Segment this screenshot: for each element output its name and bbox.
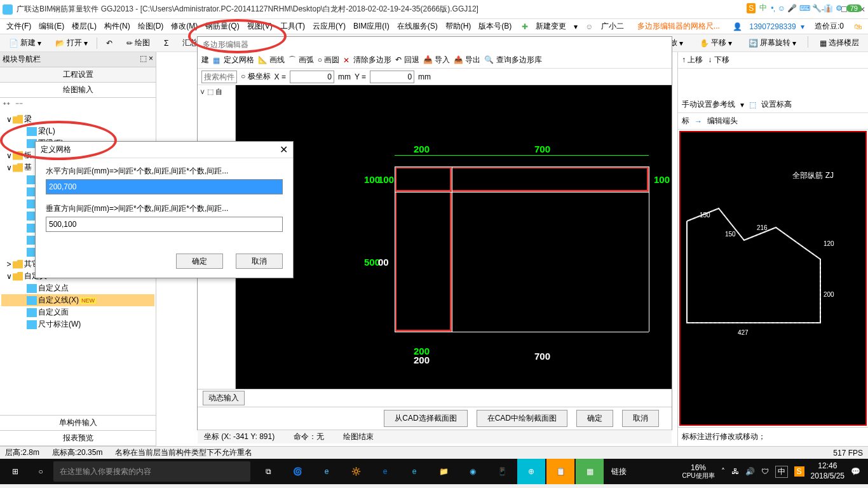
poly-ok-button[interactable]: 确定: [576, 410, 613, 427]
menu-rebar[interactable]: 钢筋量(Q): [203, 20, 241, 33]
app-icon-2[interactable]: 🔆: [342, 459, 370, 484]
dialog-titlebar: 定义网格 ✕: [36, 142, 293, 158]
menu-file[interactable]: 文件(F): [4, 20, 34, 33]
draw-button[interactable]: ✏ 绘图: [121, 36, 155, 50]
tree-item[interactable]: 自定义面: [1, 306, 154, 318]
set-refline-button[interactable]: 手动设置参考线: [682, 99, 735, 110]
expand-icon[interactable]: ⁺⁺: [3, 100, 10, 109]
tray-vol-icon[interactable]: 🔊: [745, 467, 755, 476]
tree-item[interactable]: 自定义点: [1, 282, 154, 294]
menu-component[interactable]: 构件(N): [102, 20, 133, 33]
move-down-button[interactable]: ↓ 下移: [708, 55, 729, 65]
new-button[interactable]: 📄 新建 ▾: [4, 36, 46, 50]
polygon-bottom-bar: 动态输入: [198, 389, 672, 407]
tree-item[interactable]: 尺寸标注(W): [1, 318, 154, 330]
open-button[interactable]: 📂 打开 ▾: [50, 36, 93, 50]
menu-tool[interactable]: 工具(T): [278, 20, 308, 33]
collapse-icon[interactable]: ⁻⁻: [15, 100, 23, 109]
dialog-ok-button[interactable]: 确定: [176, 254, 223, 269]
draw-circle-button[interactable]: ○ 画圆: [318, 55, 340, 65]
draw-line-button[interactable]: 📐 画线: [258, 55, 285, 65]
app-icon-5[interactable]: ⊕: [517, 459, 545, 484]
start-button[interactable]: ⊞: [3, 459, 28, 484]
new-change-button[interactable]: 新建变更: [533, 20, 569, 33]
tree-item[interactable]: 梁(L): [1, 125, 154, 137]
draw-in-cad-button[interactable]: 在CAD中绘制截面图: [477, 410, 567, 427]
clear-polygon-button[interactable]: 清除多边形: [353, 55, 391, 65]
link-text[interactable]: 链接: [605, 459, 633, 484]
menu-bim[interactable]: BIM应用(I): [351, 20, 392, 33]
dynamic-input-button[interactable]: 动态输入: [203, 391, 245, 405]
draw-arc-button[interactable]: ⌒ 画弧: [288, 55, 313, 65]
left-panel-pin-icon[interactable]: ⬚ ×: [140, 54, 153, 65]
search-component-input[interactable]: [201, 71, 237, 83]
ime-indicator[interactable]: 中: [775, 466, 788, 478]
tray-net-icon[interactable]: 🖧: [731, 467, 739, 476]
menu-online[interactable]: 在线服务(S): [395, 20, 440, 33]
phone-link[interactable]: 👤 13907298339 ▾: [728, 21, 807, 32]
tray-shield-icon[interactable]: 🛡: [761, 467, 769, 476]
polar-radio[interactable]: ○ 极坐标: [241, 71, 271, 82]
explorer-icon[interactable]: 📁: [430, 459, 458, 484]
tree-item[interactable]: ∨梁: [1, 113, 154, 125]
sogou-tray-icon[interactable]: S: [794, 466, 804, 477]
dialog-cancel-button[interactable]: 取消: [236, 254, 283, 269]
app-icon-3[interactable]: ◉: [459, 459, 487, 484]
report-preview-tab[interactable]: 报表预览: [0, 431, 156, 446]
cortana-icon[interactable]: ○: [28, 467, 53, 476]
edit-end-button[interactable]: 编辑端头: [707, 116, 738, 126]
select-floor-button[interactable]: ▦ 选择楼层: [815, 36, 864, 50]
polygon-coord-bar: ○ 极坐标 X = mm Y = mm: [198, 69, 672, 85]
annotate-button[interactable]: 标: [682, 116, 689, 126]
cpu-meter[interactable]: 16%CPU使用率: [682, 463, 714, 480]
app-icon-6[interactable]: 📋: [546, 459, 574, 484]
import-button[interactable]: 📥 导入: [423, 55, 450, 65]
poly-cancel-button[interactable]: 取消: [622, 410, 659, 427]
notification-icon[interactable]: 💬: [851, 467, 860, 476]
sum-button[interactable]: Σ: [159, 37, 173, 49]
poly-build-button[interactable]: 建: [201, 55, 209, 65]
v-spacing-input[interactable]: [46, 217, 283, 232]
menu-floor[interactable]: 楼层(L): [69, 20, 99, 33]
taskview-icon[interactable]: ⧉: [254, 459, 282, 484]
set-elevation-button[interactable]: 设置标高: [761, 99, 792, 110]
dropdown-icon[interactable]: ▾: [571, 21, 580, 32]
edge-icon[interactable]: e: [371, 459, 399, 484]
edge-old-icon[interactable]: e: [313, 459, 341, 484]
define-grid-button[interactable]: 定义网格: [224, 55, 254, 65]
right-canvas[interactable]: 全部纵筋 ZJ 150 150 216 427 120 200: [679, 131, 867, 426]
dialog-close-button[interactable]: ✕: [280, 144, 288, 156]
bottom-elev-label: 底标高:20.35m: [52, 447, 102, 458]
tree-item[interactable]: 自定义线(X)NEW: [1, 294, 154, 306]
move-up-button[interactable]: ↑ 上移: [682, 55, 703, 65]
single-input-tab[interactable]: 单构件输入: [0, 416, 156, 431]
pan-button[interactable]: ✋ 平移 ▾: [695, 36, 737, 50]
rotate-button[interactable]: 🔄 屏幕旋转 ▾: [743, 36, 801, 50]
menu-cloud[interactable]: 云应用(Y): [310, 20, 348, 33]
app-icon-7[interactable]: ▦: [576, 459, 604, 484]
undo-button[interactable]: ↶: [101, 37, 118, 49]
taskbar-search[interactable]: 在这里输入你要搜索的内容: [53, 461, 250, 482]
menu-help[interactable]: 帮助(H): [443, 20, 474, 33]
polygon-canvas[interactable]: 200 700 100 500 100 00 100 200 200 700: [236, 85, 672, 389]
query-lib-button[interactable]: 🔍 查询多边形库: [484, 55, 541, 65]
app-icon-4[interactable]: 📱: [488, 459, 516, 484]
tray-up-icon[interactable]: ˄: [721, 467, 725, 476]
h-spacing-input[interactable]: [46, 179, 283, 194]
ie-icon[interactable]: e: [400, 459, 428, 484]
menu-modify[interactable]: 修改(M): [168, 20, 200, 33]
menu-view[interactable]: 视图(V): [245, 20, 275, 33]
app-icon-1[interactable]: 🌀: [283, 459, 311, 484]
system-tray: 16%CPU使用率 ˄ 🖧 🔊 🛡 中 S 12:462018/5/25 💬: [677, 461, 865, 481]
undo-poly-button[interactable]: ↶ 回退: [395, 55, 419, 65]
menu-edit[interactable]: 编辑(E): [36, 20, 67, 33]
menu-draw[interactable]: 绘图(D): [135, 20, 166, 33]
project-settings-tab[interactable]: 工程设置: [0, 67, 156, 83]
menu-version[interactable]: 版本号(B): [476, 20, 514, 33]
export-button[interactable]: 📤 导出: [454, 55, 480, 65]
draw-input-tab[interactable]: 绘图输入: [0, 83, 156, 98]
x-input[interactable]: [290, 71, 334, 83]
clock[interactable]: 12:462018/5/25: [811, 461, 844, 481]
y-input[interactable]: [370, 71, 414, 83]
from-cad-button[interactable]: 从CAD选择截面图: [384, 410, 467, 427]
